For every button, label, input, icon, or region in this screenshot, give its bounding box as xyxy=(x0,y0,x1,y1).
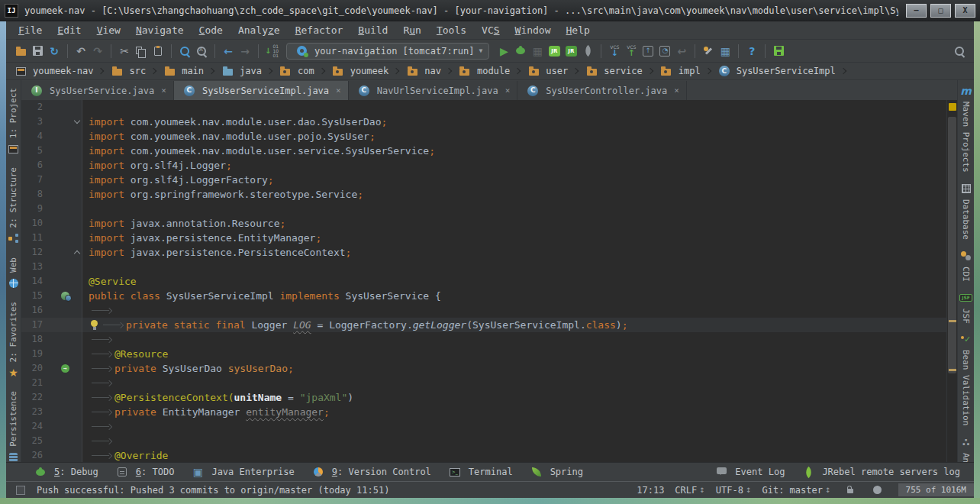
breadcrumb-sysuserserviceimpl[interactable]: CSysUserServiceImpl xyxy=(716,63,836,79)
toolwindow-button-2-structure[interactable]: 2: Structure xyxy=(6,167,21,246)
intention-bulb-icon[interactable] xyxy=(89,318,100,332)
code-line-21[interactable]: 21 xyxy=(21,376,946,390)
menu-refactor[interactable]: Refactor xyxy=(288,24,351,36)
code-line-13[interactable]: 13 xyxy=(21,260,946,274)
toolwindow-button-bean-validation[interactable]: ✓Bean Validation xyxy=(958,331,975,425)
toolwindow-button-jsf[interactable]: JSFJSF xyxy=(958,290,975,324)
push-commits-icon[interactable]: ↑ xyxy=(640,44,656,59)
toolwindow-button-2-favorites[interactable]: 2: Favorites★ xyxy=(6,302,21,380)
maximize-button[interactable]: □ xyxy=(930,4,951,18)
code-line-11[interactable]: 11import javax.persistence.EntityManager… xyxy=(21,231,946,245)
debug-bug-icon[interactable] xyxy=(513,44,528,59)
code-line-23[interactable]: 23private EntityManager entityManager; xyxy=(21,405,946,419)
toolwindow-button-1-project[interactable]: 1: Project xyxy=(6,88,21,157)
memory-indicator[interactable]: 755 of 1016M xyxy=(897,483,974,496)
search-everywhere-icon[interactable] xyxy=(952,44,967,59)
project-structure-icon[interactable]: ▦ xyxy=(717,44,733,59)
breadcrumb-com[interactable]: com xyxy=(277,63,314,79)
menu-navigate[interactable]: Navigate xyxy=(128,24,192,36)
breadcrumb-nav[interactable]: nav xyxy=(404,63,441,79)
run-icon[interactable]: ▶ xyxy=(496,44,511,59)
code-line-5[interactable]: 5import com.youmeek.nav.module.user.serv… xyxy=(21,144,946,158)
line-separator-selector[interactable]: CRLF↕ xyxy=(675,485,704,496)
breadcrumb-java[interactable]: java xyxy=(219,63,262,79)
sort-lines-icon[interactable]: ↓011001 xyxy=(264,44,279,59)
spring-bean-gutter-icon[interactable]: → xyxy=(61,364,69,373)
code-line-25[interactable]: 25 xyxy=(21,434,946,448)
code-line-26[interactable]: 26@Override xyxy=(21,448,946,462)
redo-icon[interactable]: ↷ xyxy=(90,44,105,59)
close-button[interactable]: X xyxy=(955,4,975,18)
find-icon[interactable] xyxy=(177,44,192,59)
code-line-9[interactable]: 9 xyxy=(21,202,946,216)
readonly-lock-icon[interactable] xyxy=(842,483,859,498)
minimize-button[interactable]: — xyxy=(906,4,927,18)
file-status-indicator[interactable] xyxy=(949,103,956,111)
breadcrumb-src[interactable]: src xyxy=(108,63,146,79)
highlighting-level-icon[interactable] xyxy=(869,483,886,498)
forward-icon[interactable]: → xyxy=(237,44,253,59)
code-line-18[interactable]: 18 xyxy=(21,332,946,347)
code-line-12[interactable]: 12import javax.persistence.PersistenceCo… xyxy=(21,245,946,260)
menu-analyze[interactable]: Analyze xyxy=(230,24,288,36)
vcs-commit-icon[interactable]: VCS↑ xyxy=(624,44,639,59)
profile-icon[interactable] xyxy=(580,44,595,59)
code-area[interactable]: 23import com.youmeek.nav.module.user.dao… xyxy=(21,100,946,462)
save-all-icon[interactable] xyxy=(30,44,45,59)
code-line-2[interactable]: 2 xyxy=(21,100,946,115)
run-configuration-selector[interactable]: your-navigation [tomcat7:run]▼ xyxy=(286,43,489,60)
jrebel-debug-icon[interactable]: JR xyxy=(563,44,579,59)
code-line-24[interactable]: 24 xyxy=(21,419,946,434)
breadcrumb-youmeek-nav[interactable]: youmeek-nav xyxy=(12,63,93,79)
menu-tools[interactable]: Tools xyxy=(429,24,474,36)
close-tab-icon[interactable]: × xyxy=(336,86,341,95)
git-branch-widget[interactable]: Git: master↕ xyxy=(762,485,830,496)
jrebel-sync-icon[interactable] xyxy=(771,44,786,59)
code-line-14[interactable]: 14@Service xyxy=(21,274,946,289)
breadcrumb-main[interactable]: main xyxy=(161,63,204,79)
menu-help[interactable]: Help xyxy=(559,24,598,36)
editor[interactable]: 23import com.youmeek.nav.module.user.dao… xyxy=(21,100,957,462)
breadcrumb-module[interactable]: module xyxy=(456,63,510,79)
toolwindow-button-6-todo[interactable]: 6: TODO xyxy=(106,464,182,480)
menu-window[interactable]: Window xyxy=(508,24,559,36)
toolwindow-button-spring[interactable]: Spring xyxy=(521,464,591,480)
code-line-8[interactable]: 8import org.springframework.stereotype.S… xyxy=(21,187,946,202)
toolwindow-button-jrebel-remote-servers-log[interactable]: JRebel remote servers log xyxy=(792,464,968,480)
menu-view[interactable]: View xyxy=(89,24,128,36)
toolwindow-button-maven-projects[interactable]: mMaven Projects xyxy=(958,83,975,173)
replace-icon[interactable]: A xyxy=(194,44,209,59)
highlighting-level-icon[interactable] xyxy=(870,483,885,498)
caret-position[interactable]: 17:13 xyxy=(637,485,664,496)
help-icon[interactable]: ? xyxy=(744,44,759,59)
toolwindow-button-terminal[interactable]: >_Terminal xyxy=(439,464,521,480)
code-line-6[interactable]: 6import org.slf4j.Logger; xyxy=(21,158,946,173)
code-line-4[interactable]: 4import com.youmeek.nav.module.user.pojo… xyxy=(21,129,946,144)
code-line-16[interactable]: 16 xyxy=(21,303,946,318)
tab-navurlserviceimpl-java[interactable]: CNavUrlServiceImpl.java× xyxy=(349,81,518,100)
breadcrumb-impl[interactable]: impl xyxy=(658,63,701,79)
close-tab-icon[interactable]: × xyxy=(674,86,679,95)
fold-marker[interactable] xyxy=(74,250,80,257)
copy-icon[interactable] xyxy=(134,44,149,59)
menu-edit[interactable]: Edit xyxy=(50,24,89,36)
synchronize-icon[interactable]: ↻ xyxy=(47,44,62,59)
tab-sysusercontroller-java[interactable]: CSysUserController.java× xyxy=(517,81,687,100)
code-line-19[interactable]: 19@Resource xyxy=(21,347,946,361)
jrebel-run-icon[interactable]: JR xyxy=(546,44,562,59)
menu-vcs[interactable]: VCS xyxy=(474,24,507,36)
coverage-icon[interactable]: ▦ xyxy=(530,44,545,59)
close-tab-icon[interactable]: × xyxy=(505,86,511,95)
implemented-interface-gutter-icon[interactable] xyxy=(61,292,69,300)
menu-run[interactable]: Run xyxy=(395,24,428,36)
code-line-15[interactable]: 15public class SysUserServiceImpl implem… xyxy=(21,289,946,303)
tab-sysuserserviceimpl-java[interactable]: CSysUserServiceImpl.java× xyxy=(174,81,349,100)
menu-build[interactable]: Build xyxy=(350,24,395,36)
code-line-22[interactable]: 22@PersistenceContext(unitName = "jpaXml… xyxy=(21,390,946,405)
toolwindow-button-java-enterprise[interactable]: ▣Java Enterprise xyxy=(182,464,301,480)
breadcrumb-user[interactable]: user xyxy=(525,63,568,79)
undo-icon[interactable]: ↶ xyxy=(73,44,89,59)
paste-icon[interactable] xyxy=(150,44,166,59)
menu-code[interactable]: Code xyxy=(192,24,230,36)
fold-marker[interactable] xyxy=(74,118,80,124)
